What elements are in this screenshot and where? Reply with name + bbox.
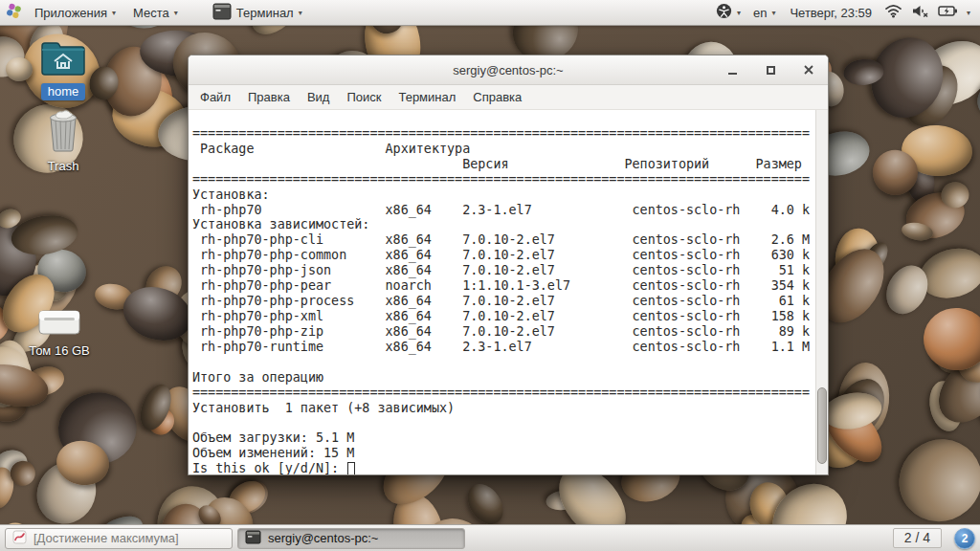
chevron-down-icon: ▾ bbox=[299, 8, 302, 17]
scrollbar-thumb[interactable] bbox=[817, 387, 827, 464]
taskbar-window-terminal[interactable]: sergiy@centos-pc:~ bbox=[237, 528, 465, 549]
places-menu[interactable]: Места ▾ bbox=[124, 0, 187, 25]
minimize-button[interactable] bbox=[724, 62, 740, 77]
terminal-cursor bbox=[347, 462, 355, 474]
wallpaper-pebble bbox=[921, 305, 980, 372]
taskbar-window-title: sergiy@centos-pc:~ bbox=[268, 531, 378, 545]
window-titlebar[interactable]: sergiy@centos-pc:~ bbox=[189, 55, 828, 85]
removable-volume-icon bbox=[36, 308, 82, 341]
close-button[interactable] bbox=[801, 62, 816, 77]
applications-menu-label: Приложения bbox=[34, 6, 107, 20]
menu-view[interactable]: Вид bbox=[299, 87, 339, 107]
trash-can-icon bbox=[44, 108, 82, 156]
clock[interactable]: Четверг, 23:59 bbox=[786, 6, 876, 20]
terminal-output[interactable]: ========================================… bbox=[189, 110, 828, 474]
window-title: sergiy@centos-pc:~ bbox=[453, 63, 563, 77]
top-panel: Приложения ▾ Места ▾ Терминал ▾ ▾ bbox=[0, 0, 980, 26]
home-folder-icon bbox=[40, 38, 86, 80]
terminal-window: sergiy@centos-pc:~ Файл Правка Вид Поиск… bbox=[188, 55, 829, 475]
desktop-icon-label: Trash bbox=[48, 159, 79, 173]
battery-charging-icon bbox=[938, 5, 958, 20]
desktop-icon-label: home bbox=[41, 83, 86, 100]
wallpaper-pebble bbox=[882, 423, 980, 539]
workspace-indicator[interactable]: 2 / 4 bbox=[893, 528, 942, 548]
chevron-down-icon: ▾ bbox=[771, 8, 775, 17]
chevron-down-icon: ▾ bbox=[112, 8, 116, 17]
accessibility-icon bbox=[716, 3, 732, 22]
notification-badge[interactable]: 2 bbox=[954, 528, 975, 549]
chevron-down-icon[interactable]: ▾ bbox=[967, 8, 970, 17]
terminal-menubar: Файл Правка Вид Поиск Терминал Справка bbox=[189, 85, 828, 110]
taskbar-window-title: [Достижение максимума] bbox=[33, 531, 179, 545]
desktop-icon-volume[interactable]: Том 16 GB bbox=[16, 308, 102, 358]
close-icon bbox=[804, 65, 813, 75]
volume-muted-icon bbox=[911, 4, 929, 21]
terminal-scrollbar[interactable] bbox=[815, 110, 828, 474]
menu-search[interactable]: Поиск bbox=[338, 87, 390, 107]
chevron-down-icon: ▾ bbox=[737, 8, 741, 17]
keyboard-layout-menu[interactable]: en ▾ bbox=[751, 6, 777, 20]
minimize-icon bbox=[728, 73, 737, 75]
wifi-icon bbox=[884, 4, 902, 21]
menu-file[interactable]: Файл bbox=[191, 87, 239, 107]
terminal-app-icon bbox=[245, 530, 261, 547]
keyboard-layout-label: en bbox=[753, 6, 767, 20]
active-app-menu[interactable]: Терминал ▾ bbox=[204, 0, 311, 25]
terminal-text: ========================================… bbox=[189, 110, 828, 474]
places-menu-label: Места bbox=[133, 6, 169, 20]
desktop-icon-trash[interactable]: Trash bbox=[20, 108, 106, 173]
menu-terminal[interactable]: Терминал bbox=[390, 87, 464, 107]
menu-edit[interactable]: Правка bbox=[239, 87, 299, 107]
maximize-button[interactable] bbox=[763, 62, 778, 77]
desktop-icon-home[interactable]: home bbox=[20, 38, 106, 100]
document-app-icon bbox=[12, 530, 27, 547]
chevron-down-icon: ▾ bbox=[174, 8, 178, 17]
desktop-icon-label: Том 16 GB bbox=[29, 343, 90, 358]
active-app-label: Терминал bbox=[236, 6, 294, 20]
taskbar-window-document[interactable]: [Достижение максимума] bbox=[5, 528, 233, 549]
applications-menu-icon bbox=[6, 3, 22, 22]
applications-menu[interactable]: Приложения ▾ bbox=[26, 0, 124, 25]
accessibility-menu[interactable]: ▾ bbox=[714, 3, 743, 22]
maximize-icon bbox=[767, 66, 775, 75]
bottom-panel: [Достижение максимума] sergiy@centos-pc:… bbox=[0, 524, 980, 551]
menu-help[interactable]: Справка bbox=[464, 87, 530, 107]
terminal-app-icon bbox=[212, 3, 232, 23]
